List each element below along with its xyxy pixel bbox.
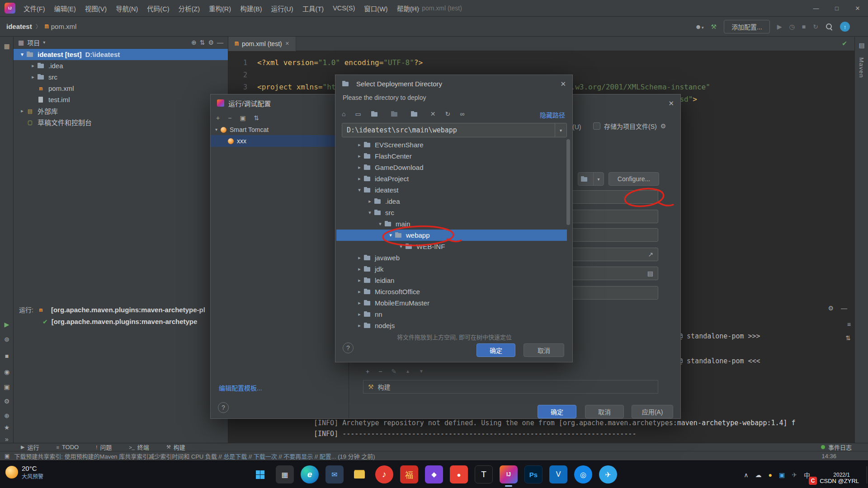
help-button[interactable]: ? xyxy=(218,402,229,413)
menu-item[interactable]: 编辑(E) xyxy=(50,4,80,13)
project-tree-row[interactable]: ▸ src xyxy=(14,71,228,83)
ok-button[interactable]: 确定 xyxy=(476,343,515,357)
taskbar-app-icon[interactable]: V xyxy=(549,465,567,483)
tree-chevron-icon[interactable]: ▾ xyxy=(376,221,384,227)
notifications-icon[interactable]: ▤ xyxy=(855,42,868,48)
tree-chevron-icon[interactable]: ▸ xyxy=(366,198,374,204)
deploy-tree-row[interactable]: ▸ GameDownload xyxy=(336,162,567,173)
event-log-tab[interactable]: 事件日志 xyxy=(821,443,852,451)
close-button[interactable]: ✕ xyxy=(847,0,868,17)
minimize-button[interactable]: — xyxy=(806,0,826,17)
stop-icon[interactable]: ■ xyxy=(802,23,806,30)
ok-button[interactable]: 确定 xyxy=(538,405,576,418)
tab-close-icon[interactable]: ✕ xyxy=(285,41,289,47)
collapse-all-icon[interactable]: ⇅ xyxy=(200,39,205,46)
menu-item[interactable]: 代码(C) xyxy=(142,4,174,13)
deploy-tree-row[interactable]: ▸ leidian xyxy=(336,275,567,286)
deploy-tree-row[interactable]: ▾ main xyxy=(336,218,567,230)
deploy-tree-row[interactable]: ▸ MobileEmuMaster xyxy=(336,297,567,309)
menu-item[interactable]: 帮助(H) xyxy=(392,4,424,13)
add-configuration-button[interactable]: 添加配置... xyxy=(724,20,770,33)
eye-icon[interactable]: ◉ xyxy=(0,369,14,375)
project-tree-row[interactable]: ▸ 外部库 xyxy=(14,105,228,117)
chevron-down-icon[interactable]: ▾ xyxy=(43,40,45,45)
project-tree-row[interactable]: test.iml xyxy=(14,94,228,105)
checkbox-icon[interactable] xyxy=(593,122,600,130)
tree-chevron-icon[interactable]: ▾ xyxy=(355,187,363,193)
stop-tool-icon[interactable]: ■ xyxy=(0,353,14,359)
remove-step-icon[interactable]: − xyxy=(378,368,382,375)
rerun-icon[interactable]: ↻ xyxy=(813,23,818,30)
camera-icon[interactable]: ▣ xyxy=(0,384,14,390)
hide-panel-icon[interactable]: — xyxy=(217,39,223,46)
apply-button[interactable]: 应用(A) xyxy=(632,405,673,418)
taskbar-app-icon[interactable]: e xyxy=(301,465,319,483)
breadcrumb-project[interactable]: ideatest xyxy=(6,23,32,30)
folder-dropdown-button[interactable]: ▾ xyxy=(578,172,604,186)
status-link[interactable]: 配置... xyxy=(320,453,336,460)
dialog-close-icon[interactable]: ✕ xyxy=(560,80,566,88)
menu-item[interactable]: 重构(R) xyxy=(204,4,236,13)
soft-wrap-icon[interactable]: ≡ xyxy=(847,321,851,328)
tree-chevron-icon[interactable]: ▸ xyxy=(355,176,363,182)
sort-config-icon[interactable]: ⇅ xyxy=(254,115,259,121)
tree-chevron-icon[interactable]: ▸ xyxy=(355,266,363,272)
tool-window-tab[interactable]: ▶ 运行 xyxy=(21,443,39,451)
cancel-button[interactable]: 取消 xyxy=(524,343,564,357)
tree-chevron-icon[interactable]: ▸ xyxy=(18,108,26,114)
project-panel-title[interactable]: 项目 xyxy=(27,38,40,47)
expand-field-icon[interactable]: ↗ xyxy=(648,251,653,258)
group-chevron-icon[interactable]: ▾ xyxy=(215,127,217,132)
user-icon[interactable]: ☻▾ xyxy=(695,23,703,30)
status-link[interactable]: 下载一次 xyxy=(254,453,277,460)
locate-icon[interactable]: ⊕ xyxy=(0,413,14,419)
move-up-icon[interactable]: ▲ xyxy=(406,369,410,374)
tree-chevron-icon[interactable]: ▾ xyxy=(397,244,405,249)
taskbar-app-icon[interactable]: T xyxy=(475,465,493,483)
project-tree-row[interactable]: ▾ ideatest [test] D:\ideatest xyxy=(14,49,228,60)
deploy-tree-row[interactable]: ▸ nn xyxy=(336,309,567,320)
tree-scrollbar[interactable] xyxy=(566,139,570,225)
help-button[interactable]: ? xyxy=(343,343,354,353)
breadcrumb-file[interactable]: pom.xml xyxy=(51,23,77,30)
maven-goal-row[interactable]: [org.apache.maven.plugins:maven-archetyp… xyxy=(51,306,205,314)
menu-item[interactable]: 视图(V) xyxy=(80,4,111,13)
project-tree-row[interactable]: pom.xml xyxy=(14,83,228,94)
dropdown-arrow-icon[interactable]: ▾ xyxy=(593,173,604,185)
tool-window-tab[interactable]: ! 问题 xyxy=(96,443,112,451)
deploy-tree-row[interactable]: ▸ EVScreenShare xyxy=(336,139,567,150)
panel-gear-icon[interactable]: ⚙ xyxy=(208,39,214,46)
deploy-tree-row[interactable]: ▾ WEB-INF xyxy=(336,241,567,252)
menu-item[interactable]: 窗口(W) xyxy=(359,4,392,13)
build-hammer-icon[interactable]: ⚒ xyxy=(711,23,717,30)
list-field-icon[interactable]: ▤ xyxy=(647,270,653,277)
favorites-star-icon[interactable]: ★ xyxy=(0,424,14,431)
maximize-button[interactable]: □ xyxy=(826,0,847,17)
show-desktop-divider[interactable] xyxy=(867,466,867,483)
taskbar-app-icon[interactable]: 福 xyxy=(400,465,418,483)
scroll-to-end-icon[interactable]: ⇅ xyxy=(845,335,851,341)
tree-chevron-icon[interactable]: ▸ xyxy=(355,142,363,148)
menu-item[interactable]: VCS(S) xyxy=(328,5,359,12)
menu-item[interactable]: 文件(F) xyxy=(19,4,50,13)
tree-chevron-icon[interactable]: ▾ xyxy=(387,232,395,238)
desktop-icon[interactable]: ▭ xyxy=(355,111,361,117)
debug-tool-icon[interactable]: ⊚ xyxy=(0,336,14,343)
store-project-file-checkbox[interactable]: 存储为项目文件(S) ⚙ xyxy=(593,122,666,131)
new-folder-icon[interactable] xyxy=(371,111,378,117)
edit-step-icon[interactable]: ✎ xyxy=(391,368,396,375)
tray-icon[interactable]: ∧ xyxy=(744,471,748,479)
store-gear-icon[interactable]: ⚙ xyxy=(660,123,666,129)
taskbar-app-icon[interactable] xyxy=(350,465,368,483)
taskbar-app-icon[interactable] xyxy=(251,465,269,483)
taskbar-app-icon[interactable]: ● xyxy=(450,465,468,483)
tray-icon[interactable]: ☁ xyxy=(755,471,762,479)
configure-button[interactable]: Configure... xyxy=(609,172,659,186)
tree-chevron-icon[interactable]: ▸ xyxy=(355,255,363,261)
project-tool-icon[interactable]: ▦ xyxy=(0,43,14,49)
deploy-tree-row[interactable]: ▸ jdk xyxy=(336,263,567,275)
project-tree-row[interactable]: 草稿文件和控制台 xyxy=(14,117,228,128)
deploy-tree-row[interactable]: ▸ MicrosoftOffice xyxy=(336,286,567,297)
project-folder-icon[interactable] xyxy=(391,111,398,117)
taskbar-app-icon[interactable]: ▦ xyxy=(276,465,294,483)
